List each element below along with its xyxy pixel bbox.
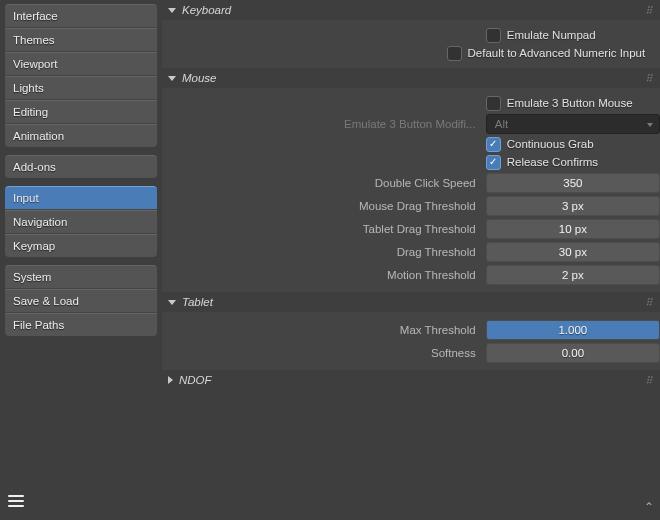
section-title: Mouse <box>182 72 217 84</box>
continuous-grab-label[interactable]: Continuous Grab <box>507 138 594 150</box>
grip-icon: ⠿ <box>645 375 654 386</box>
tablet-drag-label: Tablet Drag Threshold <box>162 223 486 235</box>
sidebar-item-interface[interactable]: Interface <box>5 4 157 28</box>
scroll-up-icon[interactable]: ⌃ <box>644 500 654 514</box>
preferences-sidebar: InterfaceThemesViewportLightsEditingAnim… <box>0 0 162 520</box>
section-body-tablet: Max Threshold 1.000 Softness 0.00 <box>162 312 660 370</box>
section-header-tablet[interactable]: Tablet ⠿ <box>162 292 660 312</box>
grip-icon: ⠿ <box>645 297 654 308</box>
max-threshold-value: 1.000 <box>487 321 659 339</box>
sidebar-item-input[interactable]: Input <box>5 186 157 210</box>
motion-label: Motion Threshold <box>162 269 486 281</box>
sidebar-item-keymap[interactable]: Keymap <box>5 234 157 257</box>
modifier-dropdown[interactable]: Alt <box>486 114 660 134</box>
advanced-numeric-checkbox[interactable] <box>447 46 462 61</box>
modifier-label: Emulate 3 Button Modifi... <box>162 118 486 130</box>
dblclick-field[interactable]: 350 <box>486 173 660 193</box>
chevron-down-icon <box>168 8 176 13</box>
chevron-down-icon <box>168 300 176 305</box>
sidebar-item-save-load[interactable]: Save & Load <box>5 289 157 313</box>
sidebar-item-editing[interactable]: Editing <box>5 100 157 124</box>
continuous-grab-checkbox[interactable] <box>486 137 501 152</box>
sidebar-item-lights[interactable]: Lights <box>5 76 157 100</box>
sidebar-item-system[interactable]: System <box>5 265 157 289</box>
grip-icon: ⠿ <box>645 5 654 16</box>
release-confirms-checkbox[interactable] <box>486 155 501 170</box>
advanced-numeric-label[interactable]: Default to Advanced Numeric Input <box>468 47 646 59</box>
softness-value: 0.00 <box>487 344 659 362</box>
section-header-keyboard[interactable]: Keyboard ⠿ <box>162 0 660 20</box>
grip-icon: ⠿ <box>645 73 654 84</box>
section-title: Keyboard <box>182 4 231 16</box>
mouse-drag-field[interactable]: 3 px <box>486 196 660 216</box>
section-header-ndof[interactable]: NDOF ⠿ <box>162 370 660 390</box>
footer-menu-button[interactable] <box>6 492 26 510</box>
sidebar-item-file-paths[interactable]: File Paths <box>5 313 157 336</box>
tablet-drag-field[interactable]: 10 px <box>486 219 660 239</box>
emulate-numpad-label[interactable]: Emulate Numpad <box>507 29 596 41</box>
release-confirms-label[interactable]: Release Confirms <box>507 156 598 168</box>
softness-label: Softness <box>162 347 486 359</box>
sidebar-item-animation[interactable]: Animation <box>5 124 157 147</box>
drag-label: Drag Threshold <box>162 246 486 258</box>
chevron-down-icon <box>168 76 176 81</box>
emulate-numpad-checkbox[interactable] <box>486 28 501 43</box>
sidebar-item-themes[interactable]: Themes <box>5 28 157 52</box>
max-threshold-label: Max Threshold <box>162 324 486 336</box>
emulate-3button-label[interactable]: Emulate 3 Button Mouse <box>507 97 633 109</box>
section-header-mouse[interactable]: Mouse ⠿ <box>162 68 660 88</box>
section-body-mouse: Emulate 3 Button Mouse Emulate 3 Button … <box>162 88 660 292</box>
modifier-value: Alt <box>495 118 508 130</box>
chevron-right-icon <box>168 376 173 384</box>
sidebar-item-viewport[interactable]: Viewport <box>5 52 157 76</box>
section-body-keyboard: Emulate Numpad Default to Advanced Numer… <box>162 20 660 68</box>
softness-slider[interactable]: 0.00 <box>486 343 660 363</box>
motion-field[interactable]: 2 px <box>486 265 660 285</box>
preferences-main: Keyboard ⠿ Emulate Numpad Default to Adv… <box>162 0 660 520</box>
sidebar-item-navigation[interactable]: Navigation <box>5 210 157 234</box>
section-title: Tablet <box>182 296 213 308</box>
section-title: NDOF <box>179 374 212 386</box>
dblclick-label: Double Click Speed <box>162 177 486 189</box>
emulate-3button-checkbox[interactable] <box>486 96 501 111</box>
drag-field[interactable]: 30 px <box>486 242 660 262</box>
mouse-drag-label: Mouse Drag Threshold <box>162 200 486 212</box>
max-threshold-slider[interactable]: 1.000 <box>486 320 660 340</box>
sidebar-item-add-ons[interactable]: Add-ons <box>5 155 157 178</box>
